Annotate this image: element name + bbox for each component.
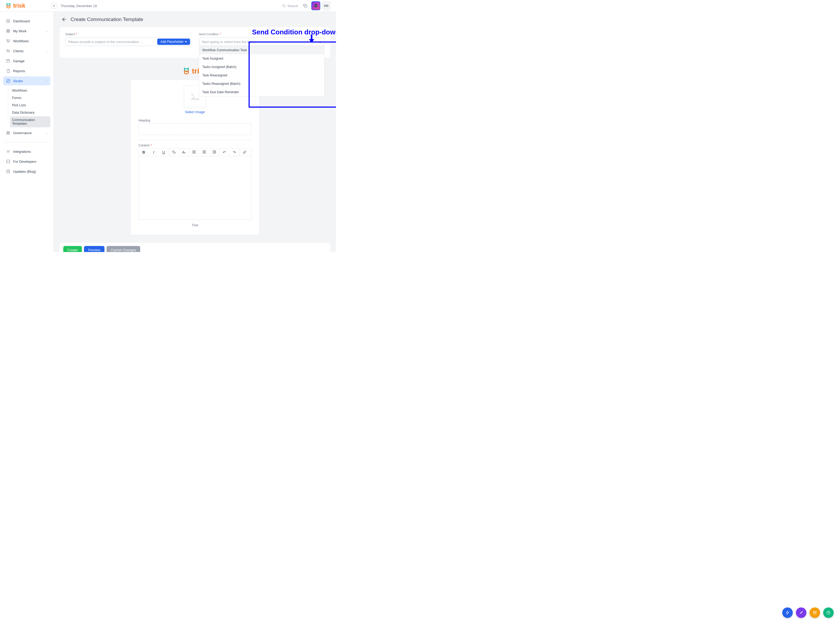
svg-rect-16 [6, 60, 10, 62]
subject-field: Subject* Add Placeholder [65, 32, 191, 46]
create-button[interactable]: Create [63, 246, 82, 252]
subnav-item-communication-templates[interactable]: Communication Templates [10, 116, 51, 127]
link-button[interactable] [240, 148, 249, 156]
sidebar-item-label: Clients [13, 49, 24, 53]
date-navigator: Thursday, December 19 [51, 3, 97, 9]
select-image-link[interactable]: Select Image [139, 110, 251, 114]
sidebar-item-for-developers[interactable]: For Developers [3, 157, 51, 166]
svg-point-23 [8, 151, 9, 152]
annotation-arrow-icon [308, 35, 315, 43]
underline-button[interactable]: U [159, 148, 169, 156]
assistant-button[interactable] [311, 1, 320, 10]
brand-logo[interactable]: trisk [5, 2, 25, 9]
sidebar: DashboardMy Work⌄WorkflowsClients⌄Garage… [0, 12, 54, 252]
redo-button[interactable]: ↷ [229, 148, 239, 156]
chevron-left-icon [53, 5, 56, 7]
subnav-item-pick-lists[interactable]: Pick Lists [10, 102, 51, 109]
sidebar-item-workflows[interactable]: Workflows [3, 36, 51, 46]
textstyle-button[interactable]: T|▾ [169, 148, 179, 156]
chat-icon [303, 3, 308, 8]
align-center-button[interactable] [199, 148, 209, 156]
svg-point-15 [9, 50, 9, 51]
send-condition-select[interactable]: Start typing or select from the list ...… [199, 38, 325, 46]
add-placeholder-button[interactable]: Add Placeholder [157, 39, 190, 45]
annotation-label: Send Condition drop-down menu [252, 28, 336, 36]
sidebar-item-studio[interactable]: Studio⌃ [3, 76, 51, 85]
sidebar-item-label: Governance [13, 131, 32, 135]
preview-button[interactable]: Preview [84, 246, 104, 252]
sidebar-item-reports[interactable]: Reports [3, 66, 51, 75]
sidebar-item-my-work[interactable]: My Work⌄ [3, 27, 51, 35]
search-placeholder: Search [287, 4, 298, 8]
svg-point-14 [7, 50, 8, 51]
align-left-button[interactable] [189, 148, 199, 156]
content-editor[interactable] [139, 156, 251, 220]
template-footer-name: Trisk [139, 223, 251, 227]
align-right-button[interactable] [209, 148, 219, 156]
date-label: Thursday, December 19 [60, 4, 97, 8]
heading-label: Heading [139, 118, 251, 122]
svg-point-27 [191, 94, 193, 96]
svg-point-0 [283, 5, 285, 6]
bold-button[interactable]: B [139, 148, 149, 156]
pencil-icon [6, 79, 11, 83]
italic-button[interactable]: I [149, 148, 159, 156]
svg-rect-10 [7, 31, 9, 32]
dropdown-option-tasks-reassigned-batch-[interactable]: Tasks Reassigned (Batch) [199, 79, 324, 88]
cancel-button[interactable]: Cancel Changes [107, 246, 140, 252]
robot-icon [313, 3, 318, 8]
sidebar-item-label: Studio [13, 79, 23, 83]
send-condition-label: Send Condition* [199, 32, 221, 36]
sidebar-item-governance[interactable]: Governance⌄ [3, 128, 51, 137]
send-condition-placeholder: Start typing or select from the list ... [202, 40, 256, 44]
chevron-down-icon: ⌄ [46, 30, 48, 33]
svg-point-4 [314, 4, 317, 7]
doc-icon [6, 68, 11, 73]
dropdown-option-tasks-assigned-batch-[interactable]: Tasks Assigned (Batch) [199, 63, 324, 71]
subject-label: Subject* [65, 32, 77, 36]
topbar: trisk Thursday, December 19 Search MB [0, 0, 336, 12]
svg-point-11 [6, 39, 7, 40]
sidebar-item-garage[interactable]: Garage [3, 57, 51, 65]
svg-rect-3 [305, 6, 307, 8]
editor-toolbar: B I U T|▾ A▾ ↶ ↷ [139, 148, 251, 156]
sidebar-item-integrations[interactable]: Integrations [3, 147, 51, 156]
cards-icon [6, 28, 11, 33]
sidebar-item-label: Workflows [13, 39, 29, 43]
chevron-up-icon: ⌃ [46, 79, 48, 82]
subnav-item-forms[interactable]: Forms [10, 94, 51, 102]
arrow-left-icon [61, 17, 66, 22]
date-prev-button[interactable] [51, 3, 57, 9]
dropdown-option-workflow-communication-task[interactable]: Workflow Communication Task [199, 46, 324, 54]
dropdown-option-task-assigned[interactable]: Task Assigned [199, 54, 324, 63]
sidebar-item-label: For Developers [13, 159, 36, 164]
search-input[interactable]: Search [279, 3, 301, 9]
sidebar-item-label: Integrations [13, 150, 31, 153]
dropdown-option-task-reassigned[interactable]: Task Reassigned [199, 71, 324, 79]
chat-button[interactable] [301, 1, 310, 10]
chevron-down-icon: ⌄ [46, 131, 48, 134]
undo-button[interactable]: ↶ [219, 148, 229, 156]
svg-point-5 [315, 5, 316, 6]
fontsize-button[interactable]: A▾ [179, 148, 189, 156]
subject-input[interactable] [66, 38, 156, 46]
sidebar-item-label: Dashboard [13, 19, 30, 23]
box-icon [6, 58, 11, 63]
sidebar-item-updates-blog-[interactable]: Updates (Blog) [3, 167, 51, 176]
subnav-item-workflows[interactable]: Workflows [10, 87, 51, 94]
bank-icon [6, 131, 11, 135]
sidebar-item-clients[interactable]: Clients⌄ [3, 46, 51, 55]
gear-icon [6, 149, 11, 154]
dropdown-option-task-due-date-reminder[interactable]: Task Due Date Reminder [199, 88, 324, 96]
sidebar-item-label: My Work [13, 29, 27, 33]
user-avatar[interactable]: MB [322, 1, 331, 10]
back-button[interactable] [61, 17, 66, 22]
caret-up-icon: ▲ [319, 40, 322, 43]
heading-input[interactable] [139, 123, 251, 135]
editor-card: Select Image Heading Content * B I U T|▾… [131, 80, 259, 235]
sidebar-item-dashboard[interactable]: Dashboard [3, 17, 51, 25]
subnav-item-data-dictionary[interactable]: Data Dictionary [10, 109, 51, 116]
user-initials: MB [324, 4, 328, 7]
studio-subnav: WorkflowsFormsPick ListsData DictionaryC… [3, 87, 51, 127]
sidebar-item-label: Reports [13, 69, 25, 73]
